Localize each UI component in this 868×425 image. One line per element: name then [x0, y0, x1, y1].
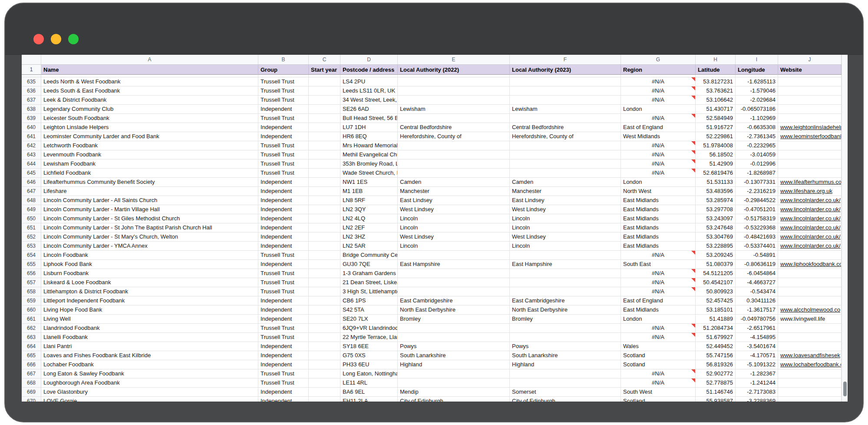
cell-lat[interactable]: 55.938587	[696, 397, 736, 402]
cell-la22[interactable]	[398, 278, 510, 287]
cell-la22[interactable]	[398, 159, 510, 169]
cell-addr[interactable]: 3 High St, Littlehampto	[340, 287, 398, 296]
cell-la23[interactable]: Lincoln	[510, 242, 621, 251]
cell-year[interactable]	[309, 178, 340, 187]
row-number[interactable]: 667	[22, 369, 41, 379]
cell-region[interactable]: #N/A	[621, 141, 696, 150]
cell-year[interactable]	[309, 379, 340, 388]
cell-la23[interactable]: City of Edinburgh	[510, 397, 621, 402]
cell-year[interactable]	[309, 369, 340, 379]
cell-region[interactable]: West Midlands	[621, 132, 696, 141]
zoom-button[interactable]	[68, 34, 79, 44]
cell-region[interactable]: #N/A	[621, 269, 696, 278]
cell-web[interactable]	[778, 379, 842, 388]
cell-addr[interactable]: LN2 4LQ	[340, 214, 398, 223]
cell-lng[interactable]: -0.543474	[736, 287, 778, 296]
cell-la23[interactable]: North East Derbyshire	[510, 305, 621, 315]
cell-group[interactable]: Trussell Trust	[258, 278, 309, 287]
row-number[interactable]: 664	[22, 342, 41, 351]
cell-lng[interactable]: -4.154895	[736, 333, 778, 342]
cell-region[interactable]: #N/A	[621, 150, 696, 159]
cell-lat[interactable]: 51.679927	[696, 333, 736, 342]
cell-group[interactable]: Independent	[258, 397, 309, 402]
cell-name[interactable]: Living Well	[41, 315, 258, 324]
cell-lng[interactable]: 0.30411126	[736, 296, 778, 305]
cell-web[interactable]: www.liphookfoodbank.co	[778, 260, 842, 269]
cell-group[interactable]: Trussell Trust	[258, 96, 309, 105]
cell-name[interactable]: Love Glastonbury	[41, 388, 258, 397]
cell-region[interactable]: #N/A	[621, 333, 696, 342]
cell-lng[interactable]: -3.5401674	[736, 342, 778, 351]
row-number[interactable]: 648	[22, 196, 41, 205]
row-number[interactable]: 662	[22, 324, 41, 333]
cell-la22[interactable]: South Lanarkshire	[398, 351, 510, 360]
cell-web[interactable]: www.loavesandfishesek	[778, 351, 842, 360]
cell-web[interactable]	[778, 96, 842, 105]
cell-la22[interactable]: East Cambridgeshire	[398, 296, 510, 305]
cell-lat[interactable]: 50.809923	[696, 287, 736, 296]
cell-la22[interactable]: Mendip	[398, 388, 510, 397]
cell-lat[interactable]: 50.4542107	[696, 278, 736, 287]
cell-addr[interactable]: GU30 7QE	[340, 260, 398, 269]
vertical-scrollbar[interactable]	[842, 55, 848, 402]
column-header-D[interactable]: D	[340, 55, 398, 65]
cell-addr[interactable]: EH11 2LA	[340, 397, 398, 402]
cell-la22[interactable]	[398, 333, 510, 342]
cell-name[interactable]: Lincoln Foodbank	[41, 251, 258, 260]
cell-web[interactable]: www.livingwell.life	[778, 315, 842, 324]
cell-year[interactable]	[309, 187, 340, 196]
cell-lat[interactable]: 53.304769	[696, 232, 736, 242]
scrollbar-thumb-icon[interactable]	[843, 382, 847, 396]
cell-la23[interactable]	[510, 96, 621, 105]
cell-addr[interactable]: Mrs Howard Memorial	[340, 141, 398, 150]
cell-name[interactable]: Leeds North & West Foodbank	[41, 77, 258, 86]
column-header-H[interactable]: H	[696, 55, 736, 65]
cell-year[interactable]	[309, 296, 340, 305]
cell-web[interactable]: www.leightonlinsladehelp	[778, 123, 842, 132]
column-header-G[interactable]: G	[621, 55, 696, 65]
cell-name[interactable]: Lochaber Foodbank	[41, 360, 258, 369]
cell-year[interactable]	[309, 251, 340, 260]
cell-la22[interactable]: Central Bedfordshire	[398, 123, 510, 132]
cell-la23[interactable]	[510, 159, 621, 169]
row-number[interactable]: 670	[22, 397, 41, 402]
cell-name[interactable]: Lincoln Community Larder - All Saints Ch…	[41, 196, 258, 205]
cell-addr[interactable]: HR6 8EQ	[340, 132, 398, 141]
row-number[interactable]: 663	[22, 333, 41, 342]
cell-web[interactable]: www.lincolnlarder.co.uk/	[778, 242, 842, 251]
cell-addr[interactable]: SE26 6AD	[340, 105, 398, 114]
cell-group[interactable]: Independent	[258, 351, 309, 360]
cell-year[interactable]	[309, 114, 340, 123]
cell-la23[interactable]	[510, 150, 621, 159]
cell-region[interactable]: #N/A	[621, 77, 696, 86]
cell-name[interactable]: Leighton Linslade Helpers	[41, 123, 258, 132]
cell-name[interactable]: Leeds South & East Foodbank	[41, 86, 258, 96]
cell-addr[interactable]: LN2 5AR	[340, 242, 398, 251]
cell-year[interactable]	[309, 333, 340, 342]
cell-group[interactable]: Trussell Trust	[258, 114, 309, 123]
cell-year[interactable]	[309, 324, 340, 333]
row-number[interactable]: 652	[22, 232, 41, 242]
row-number[interactable]: 656	[22, 269, 41, 278]
cell-la22[interactable]: East Lindsey	[398, 196, 510, 205]
row-number[interactable]: 658	[22, 287, 41, 296]
cell-lng[interactable]: -1.102969	[736, 114, 778, 123]
row-number[interactable]: 657	[22, 278, 41, 287]
cell-region[interactable]: #N/A	[621, 86, 696, 96]
cell-region[interactable]: East of England	[621, 296, 696, 305]
cell-la22[interactable]: Lincoln	[398, 242, 510, 251]
cell-lng[interactable]: -0.47051201	[736, 205, 778, 214]
cell-lng[interactable]: -3.014059	[736, 150, 778, 159]
cell-group[interactable]: Trussell Trust	[258, 251, 309, 260]
cell-region[interactable]: East Midlands	[621, 232, 696, 242]
cell-group[interactable]: Independent	[258, 178, 309, 187]
cell-lat[interactable]: 54.5121205	[696, 269, 736, 278]
cell-region[interactable]: London	[621, 178, 696, 187]
cell-la23[interactable]: Camden	[510, 178, 621, 187]
cell-lng[interactable]: -0.80636119	[736, 260, 778, 269]
cell-group[interactable]: Independent	[258, 388, 309, 397]
cell-year[interactable]	[309, 287, 340, 296]
cell-year[interactable]	[309, 397, 340, 402]
cell-addr[interactable]: 21 Dean Street, Liskea	[340, 278, 398, 287]
cell-year[interactable]	[309, 342, 340, 351]
